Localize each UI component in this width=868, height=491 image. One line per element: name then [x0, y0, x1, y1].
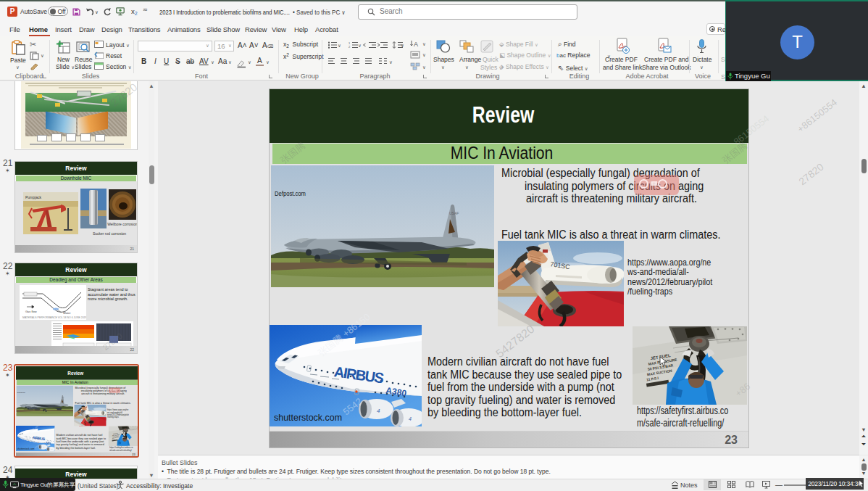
svg-text:4: 4	[409, 416, 412, 421]
svg-text:A: A	[414, 41, 418, 48]
svg-text:USAF: USAF	[62, 397, 64, 398]
svg-text:Defpost.com: Defpost.com	[275, 189, 306, 197]
svg-text:Water: Water	[63, 311, 71, 315]
svg-text:shutterstock.com: shutterstock.com	[274, 413, 342, 423]
svg-text:USAF: USAF	[449, 211, 459, 215]
svg-text:4: 4	[377, 408, 380, 414]
svg-text:Pumpjack: Pumpjack	[25, 195, 41, 199]
svg-text:Gas flow: Gas flow	[25, 310, 37, 313]
svg-text:Defpost.com: Defpost.com	[17, 392, 25, 394]
svg-text:shutterstock.com: shutterstock.com	[17, 447, 35, 450]
svg-text:MATERIALS PERFORMANCE VOL 58 N: MATERIALS PERFORMANCE VOL 58 NO 6 JUNE 2…	[22, 316, 86, 319]
svg-text:4: 4	[51, 448, 52, 450]
svg-text:2: 2	[349, 45, 351, 49]
